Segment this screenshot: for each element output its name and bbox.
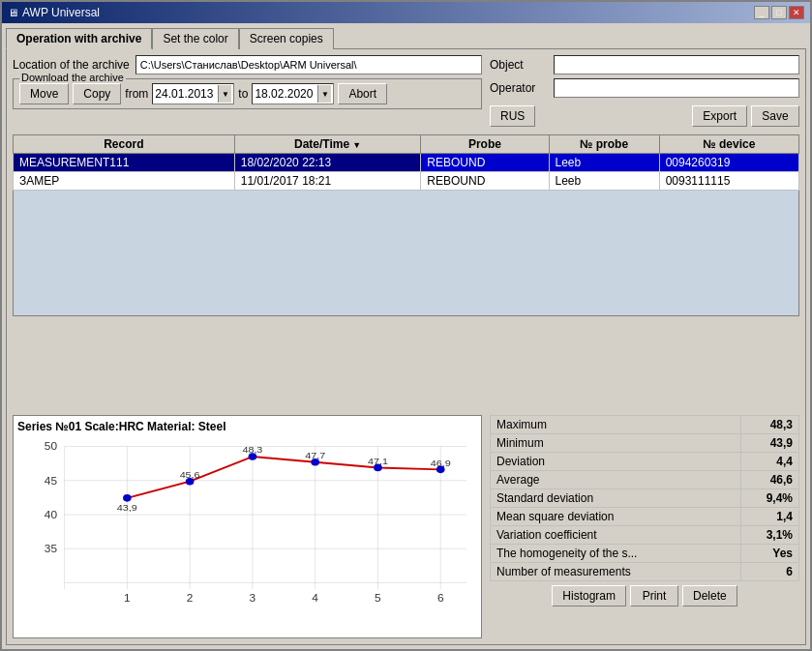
download-group: Download the archive Move Copy from ▼ to bbox=[13, 78, 482, 109]
svg-text:3: 3 bbox=[250, 592, 256, 603]
minimize-button[interactable]: _ bbox=[754, 6, 769, 19]
print-button[interactable]: Print bbox=[630, 585, 678, 607]
stats-row: Average46,6 bbox=[491, 471, 799, 489]
archive-path-input[interactable] bbox=[135, 55, 482, 74]
to-date-field[interactable] bbox=[255, 87, 317, 101]
stat-label: Mean square deviation bbox=[491, 508, 741, 526]
window-content: Operation with archive Set the color Scr… bbox=[2, 23, 810, 649]
stats-area: Maximum48,3Minimum43,9Deviation4,4Averag… bbox=[490, 415, 799, 638]
svg-text:6: 6 bbox=[437, 592, 444, 603]
tab-set-the-color[interactable]: Set the color bbox=[152, 28, 238, 49]
table-cell: 0094260319 bbox=[659, 154, 798, 172]
tab-screen-copies[interactable]: Screen copies bbox=[239, 28, 334, 49]
svg-text:48,3: 48,3 bbox=[242, 445, 262, 455]
stat-value: 1,4 bbox=[741, 508, 799, 526]
table-header-row: Record Date/Time▼ Probe № probe № device bbox=[14, 135, 799, 154]
from-date-dropdown[interactable]: ▼ bbox=[218, 85, 231, 103]
table-cell: Leeb bbox=[549, 154, 659, 172]
stats-row: Deviation4,4 bbox=[491, 453, 799, 471]
stat-value: 6 bbox=[741, 563, 799, 581]
object-row: Object bbox=[490, 55, 799, 74]
app-icon: 🖥 bbox=[8, 7, 18, 18]
stats-row: Standard deviation9,4% bbox=[491, 489, 799, 508]
chart-area: Series №01 Scale:HRC Material: Steel bbox=[13, 415, 482, 638]
svg-text:2: 2 bbox=[187, 592, 194, 603]
table-cell: 18/02/2020 22:13 bbox=[234, 154, 421, 172]
title-bar: 🖥 AWP Universal _ □ ✕ bbox=[2, 2, 810, 23]
delete-button[interactable]: Delete bbox=[682, 585, 737, 607]
table-cell: ЗАМЕР bbox=[14, 172, 235, 191]
stats-table: Maximum48,3Minimum43,9Deviation4,4Averag… bbox=[490, 415, 799, 581]
table-cell: MEASUREMENT111 bbox=[14, 154, 235, 172]
col-datetime: Date/Time▼ bbox=[234, 135, 421, 154]
chart-title: Series №01 Scale:HRC Material: Steel bbox=[17, 420, 477, 433]
stat-value: Yes bbox=[741, 545, 799, 563]
main-window: 🖥 AWP Universal _ □ ✕ Operation with arc… bbox=[0, 0, 812, 651]
maximize-button[interactable]: □ bbox=[771, 6, 787, 19]
export-button[interactable]: Export bbox=[692, 105, 747, 127]
stat-value: 48,3 bbox=[741, 416, 799, 434]
table-empty-area bbox=[13, 191, 799, 316]
to-date-input[interactable]: ▼ bbox=[252, 83, 334, 104]
svg-text:45: 45 bbox=[45, 475, 57, 486]
svg-text:5: 5 bbox=[375, 592, 381, 603]
col-record: Record bbox=[14, 135, 235, 154]
svg-text:46,9: 46,9 bbox=[431, 458, 451, 467]
rus-button[interactable]: RUS bbox=[490, 105, 535, 127]
object-input[interactable] bbox=[554, 55, 799, 74]
main-panel: Location of the archive Download the arc… bbox=[6, 48, 806, 645]
operator-input[interactable] bbox=[554, 78, 799, 98]
operator-row: Operator bbox=[490, 78, 799, 98]
stat-value: 4,4 bbox=[741, 453, 799, 471]
tab-bar: Operation with archive Set the color Scr… bbox=[6, 27, 806, 48]
svg-text:4: 4 bbox=[312, 592, 318, 603]
stat-label: The homogeneity of the s... bbox=[491, 545, 741, 563]
chart-point-1 bbox=[123, 494, 132, 502]
stats-row: Mean square deviation1,4 bbox=[491, 508, 799, 526]
sort-arrow: ▼ bbox=[352, 140, 361, 150]
stat-label: Number of measurements bbox=[491, 563, 741, 581]
svg-text:1: 1 bbox=[124, 592, 131, 603]
stat-value: 43,9 bbox=[741, 434, 799, 453]
chart-svg: 50 45 40 35 1 2 3 4 5 6 bbox=[17, 437, 477, 631]
move-button[interactable]: Move bbox=[19, 83, 69, 104]
histogram-button[interactable]: Histogram bbox=[552, 585, 626, 607]
table-cell: Leeb bbox=[549, 172, 659, 191]
svg-text:45,6: 45,6 bbox=[180, 469, 200, 479]
records-table: Record Date/Time▼ Probe № probe № device… bbox=[13, 134, 799, 191]
col-device-num: № device bbox=[659, 135, 798, 154]
stat-label: Maximum bbox=[491, 416, 741, 434]
abort-button[interactable]: Abort bbox=[338, 83, 387, 104]
stat-label: Deviation bbox=[491, 453, 741, 471]
table-row[interactable]: MEASUREMENT11118/02/2020 22:13REBOUNDLee… bbox=[14, 154, 799, 172]
table-cell: REBOUND bbox=[421, 154, 549, 172]
from-date-input[interactable]: ▼ bbox=[152, 83, 234, 104]
table-cell: 11/01/2017 18:21 bbox=[234, 172, 421, 191]
to-date-dropdown[interactable]: ▼ bbox=[317, 85, 331, 103]
svg-text:40: 40 bbox=[45, 509, 57, 519]
stats-row: Number of measurements6 bbox=[491, 563, 799, 581]
stats-row: Variation coefficient3,1% bbox=[491, 526, 799, 545]
table-row[interactable]: ЗАМЕР11/01/2017 18:21REBOUNDLeeb00931111… bbox=[14, 172, 799, 191]
top-section: Location of the archive Download the arc… bbox=[13, 55, 799, 127]
title-bar-controls: _ □ ✕ bbox=[754, 6, 804, 19]
stats-row: Minimum43,9 bbox=[491, 434, 799, 453]
left-panel: Location of the archive Download the arc… bbox=[13, 55, 482, 127]
close-button[interactable]: ✕ bbox=[789, 6, 804, 19]
from-date-field[interactable] bbox=[155, 87, 218, 101]
records-table-section: Record Date/Time▼ Probe № probe № device… bbox=[13, 134, 799, 407]
svg-text:47,1: 47,1 bbox=[368, 456, 388, 465]
table-cell: 0093111115 bbox=[659, 172, 798, 191]
to-label: to bbox=[238, 87, 248, 101]
table-cell: REBOUND bbox=[421, 172, 549, 191]
download-row: Move Copy from ▼ to ▼ bbox=[19, 83, 475, 104]
tab-operation-with-archive[interactable]: Operation with archive bbox=[6, 28, 152, 49]
copy-button[interactable]: Copy bbox=[73, 83, 121, 104]
stat-label: Standard deviation bbox=[491, 489, 741, 508]
from-label: from bbox=[125, 87, 148, 101]
object-label: Object bbox=[490, 58, 548, 72]
bottom-action-buttons: Histogram Print Delete bbox=[490, 585, 799, 607]
stat-label: Average bbox=[491, 471, 741, 489]
save-button[interactable]: Save bbox=[751, 105, 799, 127]
col-probe-num: № probe bbox=[549, 135, 659, 154]
